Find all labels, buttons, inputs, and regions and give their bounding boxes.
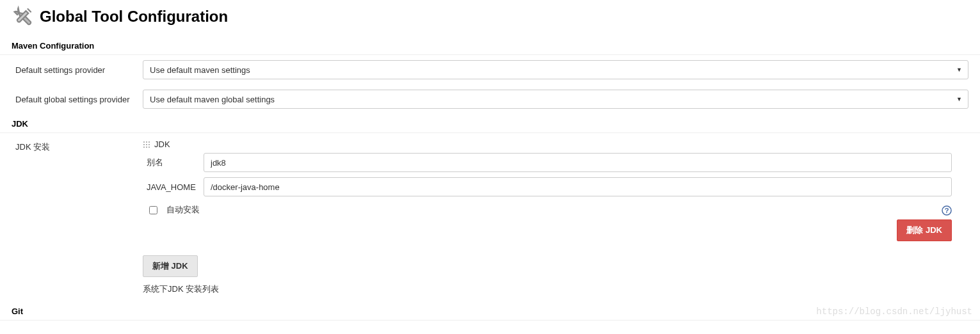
page-title: Global Tool Configuration: [40, 8, 228, 26]
alias-label: 别名: [143, 157, 204, 168]
svg-point-4: [146, 144, 147, 145]
svg-point-6: [143, 147, 145, 148]
svg-point-0: [143, 141, 145, 143]
svg-point-5: [149, 144, 150, 145]
auto-install-label: 自动安装: [166, 204, 200, 216]
jdk-title: JDK: [154, 139, 170, 149]
svg-point-3: [143, 144, 145, 145]
git-section-header: Git: [0, 301, 980, 321]
jdk-install-list-desc: 系统下JDK 安装列表: [143, 283, 968, 295]
auto-install-checkbox[interactable]: [149, 206, 157, 214]
default-settings-label: Default settings provider: [12, 65, 143, 75]
add-jdk-button[interactable]: 新增 JDK: [143, 255, 198, 277]
jdk-section-header: JDK: [0, 114, 980, 133]
java-home-label: JAVA_HOME: [143, 182, 204, 192]
svg-point-2: [149, 141, 150, 143]
delete-jdk-button[interactable]: 删除 JDK: [897, 219, 952, 241]
svg-point-7: [146, 147, 147, 148]
maven-section-header: Maven Configuration: [0, 36, 980, 55]
alias-input[interactable]: [204, 153, 952, 172]
jdk-install-label: JDK 安装: [12, 139, 143, 301]
drag-handle-icon[interactable]: [143, 141, 150, 148]
java-home-input[interactable]: [204, 177, 952, 196]
svg-point-1: [146, 141, 147, 143]
help-icon[interactable]: ?: [942, 205, 952, 216]
default-global-settings-select[interactable]: Use default maven global settings: [143, 90, 968, 109]
tools-icon: [12, 5, 35, 28]
default-global-settings-label: Default global settings provider: [12, 95, 143, 104]
default-settings-select[interactable]: Use default maven settings: [143, 60, 968, 79]
svg-text:?: ?: [945, 207, 949, 214]
svg-point-8: [149, 147, 150, 148]
